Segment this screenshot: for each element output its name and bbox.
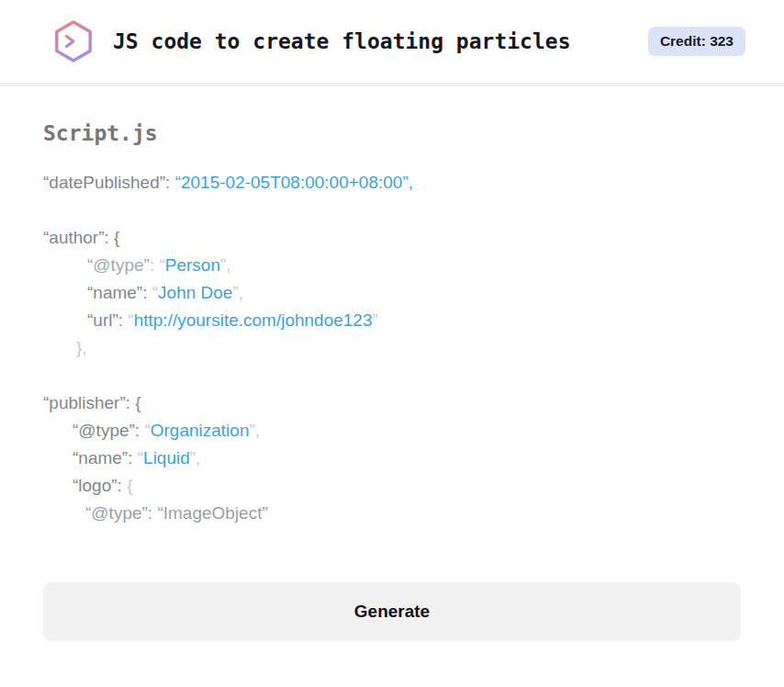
code-line: “name”: “Liquid”,	[43, 445, 741, 472]
code-token: {	[127, 476, 132, 495]
code-line: “logo”: {	[43, 472, 741, 500]
code-token: ”	[373, 310, 378, 330]
credit-badge: Credit: 323	[648, 27, 745, 56]
code-line: “datePublished”: “2015-02-05T08:00:00+08…	[43, 169, 741, 197]
code-line: “author”: {	[43, 224, 741, 252]
code-token: “publisher”: {	[43, 393, 141, 412]
header-bar: JS code to create floating particles Cre…	[0, 0, 784, 86]
code-token: Liquid	[143, 448, 190, 467]
code-token: “logo”	[73, 476, 118, 495]
code-line: “@type”: “Organization”,	[43, 417, 741, 445]
code-token: “2015-02-05T08:00:00+08:00”,	[175, 173, 413, 192]
page-title: JS code to create floating particles	[113, 29, 571, 53]
code-token: “@type”: “ImageObject”	[85, 503, 268, 523]
code-line: “url”: “http://yoursite.com/johndoe123”	[43, 307, 741, 334]
app-window: JS code to create floating particles Cre…	[0, 0, 784, 687]
code-token: “url”	[87, 310, 118, 330]
code-token: Organization	[151, 421, 250, 440]
code-token: Person	[165, 255, 220, 275]
code-token: :	[150, 255, 160, 275]
code-token: :	[128, 448, 138, 467]
code-token: :	[142, 283, 152, 302]
app-logo	[50, 18, 96, 64]
code-token: :	[118, 310, 129, 330]
code-token: “@type”	[73, 421, 135, 440]
main-content: Script.js “datePublished”: “2015-02-05T0…	[0, 86, 784, 687]
code-token: “name”	[73, 448, 128, 467]
code-line: “publisher”: {	[43, 389, 741, 417]
file-title: Script.js	[43, 121, 741, 145]
generate-button[interactable]: Generate	[43, 582, 741, 641]
code-token: ”,	[190, 448, 201, 467]
code-token: :	[118, 476, 128, 495]
code-token: http://yoursite.com/johndoe123	[134, 310, 373, 330]
code-block: “datePublished”: “2015-02-05T08:00:00+08…	[43, 169, 741, 527]
code-token: },	[76, 338, 87, 357]
code-token: “name”	[87, 283, 142, 302]
code-line	[43, 197, 741, 224]
button-row: Generate	[43, 582, 741, 641]
code-line	[43, 362, 741, 389]
code-token: ”,	[232, 283, 243, 302]
code-token: :	[165, 173, 175, 192]
code-line: },	[43, 334, 741, 362]
code-token: :	[135, 421, 145, 440]
code-line: “name”: “John Doe”,	[43, 279, 741, 307]
code-token: “@type”	[87, 255, 150, 275]
code-token: John Doe	[158, 283, 232, 302]
code-token: “author”: {	[43, 228, 119, 247]
terminal-prompt-hexagon-icon	[50, 18, 96, 64]
code-token: ”,	[220, 255, 231, 275]
code-token: ”,	[249, 421, 260, 440]
code-line: “@type”: “ImageObject”	[43, 500, 741, 527]
code-line: “@type”: “Person”,	[43, 252, 741, 279]
code-token: “datePublished”	[43, 173, 165, 192]
